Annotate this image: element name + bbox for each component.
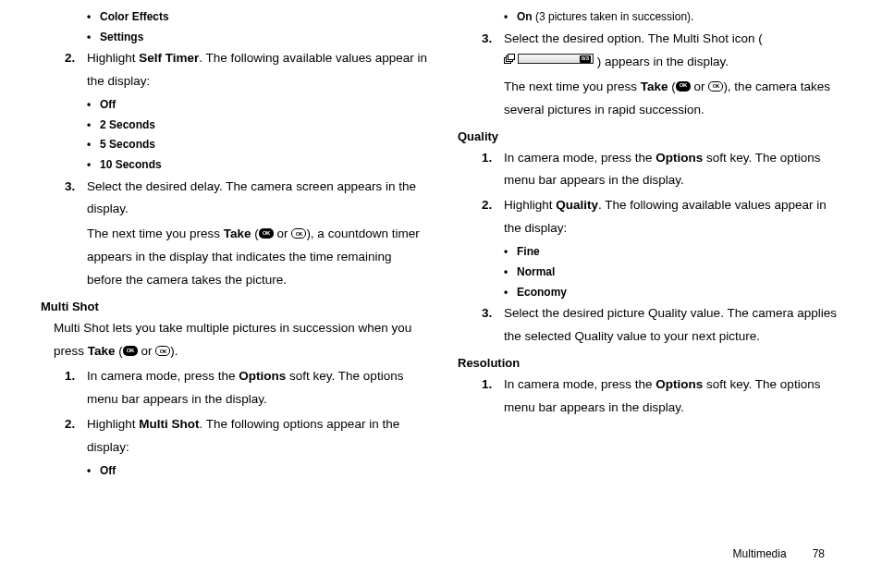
footer-page-number: 78 [813, 547, 825, 560]
bullet-icon: • [87, 28, 100, 48]
resolution-heading: Resolution [458, 356, 845, 370]
step-text: In camera mode, press the Options soft k… [504, 374, 845, 420]
bullet-icon: • [87, 7, 100, 28]
step-number: 2. [65, 413, 87, 459]
bold-text: Options [239, 369, 286, 383]
step-2: 2. Highlight Self Timer. The following a… [65, 47, 428, 93]
list-item: •5 Seconds [87, 135, 428, 155]
step-text: Select the desired picture Quality value… [504, 302, 845, 349]
text: ) appears in the display. [597, 55, 729, 68]
step-text: Select the desired option. The Multi Sho… [504, 28, 845, 74]
text: In camera mode, press the [504, 377, 655, 391]
step-text: In camera mode, press the Options soft k… [87, 365, 428, 411]
bullet-text: Off [100, 461, 428, 482]
text: (3 pictures taken in succession). [533, 10, 694, 23]
text: or [274, 227, 292, 240]
step-text: Select the desired delay. The camera scr… [87, 176, 428, 222]
text: The next time you press [87, 227, 224, 240]
bullet-text: Color Effects [100, 7, 428, 28]
step-number: 3. [482, 302, 504, 349]
bullet-text: Settings [100, 28, 428, 48]
multishot-intro: Multi Shot lets you take multiple pictur… [54, 317, 428, 363]
bold-text: Quality [556, 198, 598, 212]
step-number: 1. [482, 147, 504, 193]
list-item: • Settings [87, 28, 428, 48]
bold-text: Take [641, 80, 668, 93]
ok-button-outline-icon: OK [155, 346, 170, 356]
bold-text: Multi Shot [139, 417, 199, 431]
quality-step-2: 2. Highlight Quality. The following avai… [482, 194, 845, 240]
multi-shot-heading: Multi Shot [41, 300, 428, 313]
bullet-icon: • [87, 461, 100, 482]
footer-section: Multimedia [733, 547, 787, 560]
text: Highlight [87, 51, 139, 65]
bullet-icon: • [504, 242, 517, 263]
list-item: •10 Seconds [87, 155, 428, 176]
bold-text: On [517, 10, 533, 23]
step-text: Highlight Multi Shot. The following opti… [87, 413, 428, 459]
text: The next time you press [504, 80, 641, 93]
bullet-text: Normal [517, 263, 845, 283]
bullet-icon: • [504, 283, 517, 303]
counter-badge: 0/3 [580, 55, 591, 63]
step-number: 1. [482, 374, 504, 420]
bullet-icon: • [87, 116, 100, 136]
ok-button-outline-icon: OK [708, 81, 723, 92]
multishot-step-1: 1. In camera mode, press the Options sof… [65, 365, 428, 411]
text: In camera mode, press the [504, 151, 655, 165]
quality-step-3: 3. Select the desired picture Quality va… [482, 302, 845, 349]
bullet-text: 2 Seconds [100, 116, 428, 136]
bold-text: Take [224, 227, 251, 240]
left-column: • Color Effects • Settings 2. Highlight … [37, 7, 428, 482]
bullet-icon: • [87, 155, 100, 176]
step-number: 1. [65, 365, 87, 411]
text: Highlight [87, 417, 139, 431]
bullet-icon: • [504, 263, 517, 283]
quality-heading: Quality [458, 129, 845, 143]
text: Highlight [504, 198, 556, 212]
bold-text: Take [88, 344, 116, 358]
step-3: 3. Select the desired option. The Multi … [482, 28, 845, 74]
multishot-step-2: 2. Highlight Multi Shot. The following o… [65, 413, 428, 459]
ok-button-solid-icon: OK [259, 228, 274, 239]
list-item: •Off [87, 461, 428, 482]
quality-step-1: 1. In camera mode, press the Options sof… [482, 147, 845, 193]
list-item: •2 Seconds [87, 116, 428, 136]
list-item: •Economy [504, 283, 845, 303]
text: Select the desired option. The Multi Sho… [504, 31, 763, 45]
bullet-icon: • [87, 95, 100, 116]
step-number: 3. [65, 176, 87, 222]
step-text: Highlight Self Timer. The following avai… [87, 47, 428, 93]
bullet-text: On (3 pictures taken in succession). [517, 7, 845, 28]
ok-button-solid-icon: OK [676, 81, 691, 92]
step-text: In camera mode, press the Options soft k… [504, 147, 845, 193]
text: In camera mode, press the [87, 369, 239, 383]
text: or [138, 344, 156, 358]
bullet-text: Off [100, 95, 428, 116]
step-number: 2. [65, 47, 87, 93]
list-item: •Fine [504, 242, 845, 263]
progress-bar-icon: 0/3 [518, 54, 594, 64]
step-number: 3. [482, 28, 504, 74]
bold-text: Options [655, 151, 703, 165]
bullet-text: 5 Seconds [100, 135, 428, 155]
ok-button-outline-icon: OK [291, 228, 306, 239]
list-item: • On (3 pictures taken in succession). [504, 7, 845, 28]
step-continuation: The next time you press Take (OK or OK),… [504, 76, 845, 122]
multishot-icon: 0/3 [504, 50, 594, 73]
list-item: •Normal [504, 263, 845, 283]
step-continuation: The next time you press Take (OK or OK),… [87, 223, 428, 292]
resolution-step-1: 1. In camera mode, press the Options sof… [482, 374, 845, 420]
bullet-text: Economy [517, 283, 845, 303]
bullet-text: 10 Seconds [100, 155, 428, 176]
list-item: •Off [87, 95, 428, 116]
ok-button-solid-icon: OK [123, 346, 138, 356]
text: or [691, 80, 709, 93]
bullet-icon: • [504, 7, 517, 28]
page-content: • Color Effects • Settings 2. Highlight … [0, 7, 882, 482]
bullet-text: Fine [517, 242, 845, 263]
bold-text: Self Timer [139, 51, 199, 65]
page-footer: Multimedia 78 [733, 547, 825, 560]
list-item: • Color Effects [87, 7, 428, 28]
step-number: 2. [482, 194, 504, 240]
